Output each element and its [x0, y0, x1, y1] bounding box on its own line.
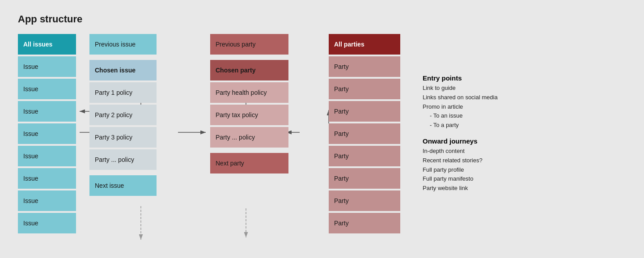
issue-item-5: Issue [18, 146, 76, 166]
partyn-policy: Party ... policy [89, 149, 157, 170]
issue-item-4: Issue [18, 123, 76, 144]
party-list-5: Party [329, 146, 400, 166]
onward-item-2: Recent related stories? [423, 156, 521, 165]
entry-points-section: Entry points Link to guide Links shared … [423, 74, 521, 130]
entry-points-title: Entry points [423, 74, 521, 82]
onward-item-1: In-depth content [423, 147, 521, 156]
col-all-parties: All parties Party Party Party Party Part… [329, 34, 400, 233]
col-all-issues: All issues Issue Issue Issue Issue Issue… [18, 34, 76, 233]
col-chosen-party: Previous party Chosen party Party health… [210, 34, 288, 173]
issue-item-3: Issue [18, 101, 76, 122]
all-parties-header: All parties [329, 34, 400, 55]
entry-item-4: - To an issue [423, 111, 521, 121]
issue-item-6: Issue [18, 168, 76, 189]
entry-item-1: Link to guide [423, 84, 521, 93]
party-list-2: Party [329, 79, 400, 99]
party2-policy: Party 2 policy [89, 105, 157, 125]
all-issues-header: All issues [18, 34, 76, 55]
onward-journeys-title: Onward journeys [423, 137, 521, 145]
entry-item-2: Links shared on social media [423, 93, 521, 102]
page-title: App structure [18, 13, 626, 25]
legend-panel: Entry points Link to guide Links shared … [423, 34, 521, 200]
chosen-issue-header: Chosen issue [89, 60, 157, 80]
issue-item-7: Issue [18, 190, 76, 211]
chosen-party-header: Chosen party [210, 60, 288, 80]
party3-policy: Party 3 policy [89, 127, 157, 148]
issue-item-2: Issue [18, 79, 76, 99]
issue-item-1: Issue [18, 56, 76, 77]
party-list-4: Party [329, 123, 400, 144]
onward-item-3: Full party profile [423, 165, 521, 175]
party-list-8: Party [329, 213, 400, 233]
page-container: App structure [18, 13, 626, 233]
party-list-3: Party [329, 101, 400, 122]
onward-item-4: Full party manifesto [423, 174, 521, 184]
entry-item-5: - To a party [423, 121, 521, 130]
next-issue-box: Next issue [89, 175, 157, 196]
party-list-1: Party [329, 56, 400, 77]
party-list-7: Party [329, 190, 400, 211]
party1-policy: Party 1 policy [89, 82, 157, 103]
onward-journeys-section: Onward journeys In-depth content Recent … [423, 137, 521, 193]
previous-party-box: Previous party [210, 34, 288, 55]
party-health-policy: Party health policy [210, 82, 288, 103]
party-list-6: Party [329, 168, 400, 189]
previous-issue-box: Previous issue [89, 34, 157, 55]
col-chosen-issue: Previous issue Chosen issue Party 1 poli… [89, 34, 157, 196]
entry-item-3: Promo in article [423, 102, 521, 112]
issue-item-8: Issue [18, 213, 76, 233]
onward-item-5: Party website link [423, 184, 521, 193]
party-tax-policy: Party tax policy [210, 105, 288, 125]
next-party-box: Next party [210, 153, 288, 173]
party-n-policy: Party ... policy [210, 127, 288, 148]
